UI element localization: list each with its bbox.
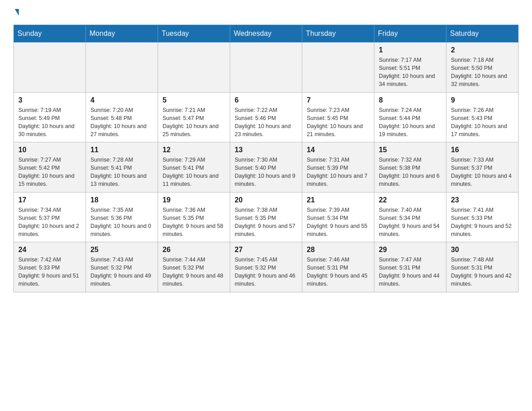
calendar-empty-cell (14, 43, 86, 93)
calendar-day-12: 12Sunrise: 7:29 AM Sunset: 5:41 PM Dayli… (158, 142, 230, 193)
day-info: Sunrise: 7:40 AM Sunset: 5:34 PM Dayligh… (379, 206, 442, 239)
calendar-day-15: 15Sunrise: 7:32 AM Sunset: 5:38 PM Dayli… (374, 142, 446, 193)
calendar-day-10: 10Sunrise: 7:27 AM Sunset: 5:42 PM Dayli… (14, 142, 86, 193)
calendar-empty-cell (86, 43, 158, 93)
calendar-day-6: 6Sunrise: 7:22 AM Sunset: 5:46 PM Daylig… (230, 92, 302, 142)
day-info: Sunrise: 7:46 AM Sunset: 5:31 PM Dayligh… (307, 256, 369, 288)
calendar-day-16: 16Sunrise: 7:33 AM Sunset: 5:37 PM Dayli… (446, 142, 519, 193)
day-number: 25 (90, 246, 153, 254)
day-info: Sunrise: 7:24 AM Sunset: 5:44 PM Dayligh… (379, 106, 442, 139)
day-info: Sunrise: 7:35 AM Sunset: 5:36 PM Dayligh… (90, 206, 153, 239)
day-info: Sunrise: 7:26 AM Sunset: 5:43 PM Dayligh… (451, 106, 514, 139)
calendar-day-3: 3Sunrise: 7:19 AM Sunset: 5:49 PM Daylig… (14, 92, 86, 142)
calendar-day-14: 14Sunrise: 7:31 AM Sunset: 5:39 PM Dayli… (302, 142, 374, 193)
calendar-day-9: 9Sunrise: 7:26 AM Sunset: 5:43 PM Daylig… (446, 92, 519, 142)
calendar-day-18: 18Sunrise: 7:35 AM Sunset: 5:36 PM Dayli… (86, 192, 158, 242)
logo (13, 9, 19, 16)
day-number: 14 (307, 146, 369, 154)
calendar-day-13: 13Sunrise: 7:30 AM Sunset: 5:40 PM Dayli… (230, 142, 302, 193)
weekday-header-sunday: Sunday (14, 25, 86, 43)
calendar-day-17: 17Sunrise: 7:34 AM Sunset: 5:37 PM Dayli… (14, 192, 86, 242)
calendar-week-row: 1Sunrise: 7:17 AM Sunset: 5:51 PM Daylig… (14, 43, 519, 93)
calendar-day-19: 19Sunrise: 7:36 AM Sunset: 5:35 PM Dayli… (158, 192, 230, 242)
day-info: Sunrise: 7:30 AM Sunset: 5:40 PM Dayligh… (235, 156, 297, 188)
calendar-day-20: 20Sunrise: 7:38 AM Sunset: 5:35 PM Dayli… (230, 192, 302, 242)
calendar-day-29: 29Sunrise: 7:47 AM Sunset: 5:31 PM Dayli… (374, 242, 446, 292)
calendar-day-7: 7Sunrise: 7:23 AM Sunset: 5:45 PM Daylig… (302, 92, 374, 142)
day-number: 20 (235, 196, 297, 204)
day-info: Sunrise: 7:20 AM Sunset: 5:48 PM Dayligh… (90, 106, 153, 139)
weekday-header-thursday: Thursday (302, 25, 374, 43)
day-number: 10 (18, 146, 81, 154)
day-info: Sunrise: 7:33 AM Sunset: 5:37 PM Dayligh… (451, 156, 514, 188)
day-info: Sunrise: 7:17 AM Sunset: 5:51 PM Dayligh… (379, 56, 442, 89)
calendar-day-11: 11Sunrise: 7:28 AM Sunset: 5:41 PM Dayli… (86, 142, 158, 193)
day-info: Sunrise: 7:18 AM Sunset: 5:50 PM Dayligh… (451, 56, 514, 89)
calendar-week-row: 3Sunrise: 7:19 AM Sunset: 5:49 PM Daylig… (14, 92, 519, 142)
calendar-header-row: SundayMondayTuesdayWednesdayThursdayFrid… (14, 25, 519, 43)
calendar-day-26: 26Sunrise: 7:44 AM Sunset: 5:32 PM Dayli… (158, 242, 230, 292)
day-number: 8 (379, 96, 442, 104)
day-number: 30 (451, 246, 514, 254)
calendar-week-row: 10Sunrise: 7:27 AM Sunset: 5:42 PM Dayli… (14, 142, 519, 193)
day-number: 12 (163, 146, 225, 154)
day-info: Sunrise: 7:47 AM Sunset: 5:31 PM Dayligh… (379, 256, 442, 288)
calendar-day-23: 23Sunrise: 7:41 AM Sunset: 5:33 PM Dayli… (446, 192, 519, 242)
day-number: 21 (307, 196, 369, 204)
day-number: 24 (18, 246, 81, 254)
day-number: 29 (379, 246, 442, 254)
day-number: 5 (163, 96, 225, 104)
day-info: Sunrise: 7:23 AM Sunset: 5:45 PM Dayligh… (307, 106, 369, 139)
calendar-table: SundayMondayTuesdayWednesdayThursdayFrid… (13, 25, 519, 292)
day-number: 9 (451, 96, 514, 104)
day-info: Sunrise: 7:31 AM Sunset: 5:39 PM Dayligh… (307, 156, 369, 188)
day-info: Sunrise: 7:19 AM Sunset: 5:49 PM Dayligh… (18, 106, 81, 139)
calendar-week-row: 24Sunrise: 7:42 AM Sunset: 5:33 PM Dayli… (14, 242, 519, 292)
day-info: Sunrise: 7:22 AM Sunset: 5:46 PM Dayligh… (235, 106, 297, 139)
day-info: Sunrise: 7:34 AM Sunset: 5:37 PM Dayligh… (18, 206, 81, 239)
day-info: Sunrise: 7:38 AM Sunset: 5:35 PM Dayligh… (235, 206, 297, 239)
day-info: Sunrise: 7:48 AM Sunset: 5:31 PM Dayligh… (451, 256, 514, 288)
day-number: 22 (379, 196, 442, 204)
day-info: Sunrise: 7:36 AM Sunset: 5:35 PM Dayligh… (163, 206, 225, 239)
logo-triangle-icon (15, 9, 19, 16)
day-info: Sunrise: 7:44 AM Sunset: 5:32 PM Dayligh… (163, 256, 225, 288)
calendar-day-28: 28Sunrise: 7:46 AM Sunset: 5:31 PM Dayli… (302, 242, 374, 292)
day-number: 2 (451, 46, 514, 54)
day-number: 16 (451, 146, 514, 154)
day-info: Sunrise: 7:29 AM Sunset: 5:41 PM Dayligh… (163, 156, 225, 188)
day-number: 1 (379, 46, 442, 54)
calendar-day-27: 27Sunrise: 7:45 AM Sunset: 5:32 PM Dayli… (230, 242, 302, 292)
weekday-header-friday: Friday (374, 25, 446, 43)
day-number: 28 (307, 246, 369, 254)
day-number: 17 (18, 196, 81, 204)
calendar-day-21: 21Sunrise: 7:39 AM Sunset: 5:34 PM Dayli… (302, 192, 374, 242)
calendar-day-25: 25Sunrise: 7:43 AM Sunset: 5:32 PM Dayli… (86, 242, 158, 292)
calendar-day-24: 24Sunrise: 7:42 AM Sunset: 5:33 PM Dayli… (14, 242, 86, 292)
day-info: Sunrise: 7:27 AM Sunset: 5:42 PM Dayligh… (18, 156, 81, 188)
day-info: Sunrise: 7:21 AM Sunset: 5:47 PM Dayligh… (163, 106, 225, 139)
day-number: 15 (379, 146, 442, 154)
day-info: Sunrise: 7:42 AM Sunset: 5:33 PM Dayligh… (18, 256, 81, 288)
day-number: 7 (307, 96, 369, 104)
calendar-day-8: 8Sunrise: 7:24 AM Sunset: 5:44 PM Daylig… (374, 92, 446, 142)
calendar-day-4: 4Sunrise: 7:20 AM Sunset: 5:48 PM Daylig… (86, 92, 158, 142)
day-number: 4 (90, 96, 153, 104)
day-info: Sunrise: 7:43 AM Sunset: 5:32 PM Dayligh… (90, 256, 153, 288)
day-info: Sunrise: 7:39 AM Sunset: 5:34 PM Dayligh… (307, 206, 369, 239)
calendar-day-22: 22Sunrise: 7:40 AM Sunset: 5:34 PM Dayli… (374, 192, 446, 242)
day-info: Sunrise: 7:45 AM Sunset: 5:32 PM Dayligh… (235, 256, 297, 288)
weekday-header-tuesday: Tuesday (158, 25, 230, 43)
day-number: 6 (235, 96, 297, 104)
day-number: 27 (235, 246, 297, 254)
day-number: 13 (235, 146, 297, 154)
weekday-header-monday: Monday (86, 25, 158, 43)
day-info: Sunrise: 7:28 AM Sunset: 5:41 PM Dayligh… (90, 156, 153, 188)
day-number: 19 (163, 196, 225, 204)
calendar-week-row: 17Sunrise: 7:34 AM Sunset: 5:37 PM Dayli… (14, 192, 519, 242)
weekday-header-wednesday: Wednesday (230, 25, 302, 43)
day-number: 18 (90, 196, 153, 204)
day-number: 11 (90, 146, 153, 154)
calendar-day-1: 1Sunrise: 7:17 AM Sunset: 5:51 PM Daylig… (374, 43, 446, 93)
calendar-day-5: 5Sunrise: 7:21 AM Sunset: 5:47 PM Daylig… (158, 92, 230, 142)
